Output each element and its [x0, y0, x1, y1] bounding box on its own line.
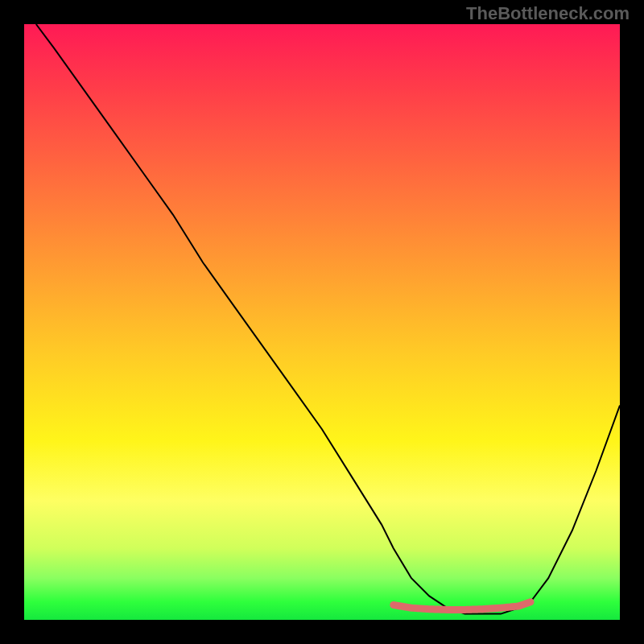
chart-plot-area	[24, 24, 620, 620]
watermark-text: TheBottleneck.com	[466, 3, 630, 24]
bottleneck-curve-line	[36, 24, 620, 614]
optimal-range-marker-line	[394, 602, 530, 610]
chart-svg	[24, 24, 620, 620]
